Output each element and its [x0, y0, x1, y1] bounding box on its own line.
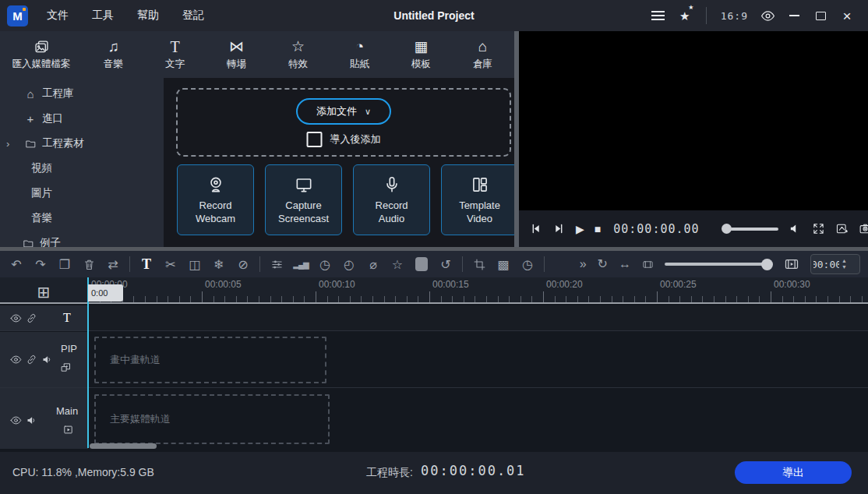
template-video-card[interactable]: TemplateVideo	[441, 164, 514, 235]
maximize-button[interactable]	[807, 0, 834, 31]
snapshot-camera-icon[interactable]	[859, 222, 868, 235]
menu-tools[interactable]: 工具	[90, 7, 115, 24]
tab-warehouse[interactable]: ⌂ 倉庫	[452, 31, 513, 78]
tab-label: 轉場	[227, 58, 246, 71]
minimize-button[interactable]	[781, 0, 807, 31]
tab-import-media[interactable]: 匯入媒體檔案	[0, 31, 83, 78]
cut-scissors-icon[interactable]: ✂	[163, 257, 178, 272]
pip-track-header: PIP	[0, 332, 88, 387]
replace-icon[interactable]: ⇄	[105, 257, 121, 272]
timeline-zoom-slider[interactable]	[665, 259, 773, 270]
mosaic-icon[interactable]: ▩	[496, 257, 511, 272]
clock-icon[interactable]: ◷	[520, 257, 535, 272]
volume-slider[interactable]	[722, 224, 778, 234]
tab-label: 音樂	[104, 58, 123, 71]
sidebar-item-project-assets[interactable]: › 工程素材	[0, 131, 164, 156]
tab-music[interactable]: ♫ 音樂	[83, 31, 144, 78]
zoom-slider-knob[interactable]	[761, 259, 773, 270]
star-wand-icon[interactable]: ★★	[672, 0, 698, 31]
hscrollbar-thumb[interactable]	[90, 443, 157, 449]
record-cards: RecordWebcam CaptureScreencast RecordAud…	[177, 164, 514, 235]
fullscreen-icon[interactable]	[812, 222, 825, 235]
undo-icon[interactable]: ↶	[9, 257, 24, 272]
sidebar-item-project-library[interactable]: ⌂ 工程庫	[0, 81, 164, 106]
speaker-icon[interactable]	[789, 222, 802, 235]
spin-up-icon[interactable]: ▲	[842, 258, 847, 264]
record-webcam-card[interactable]: RecordWebcam	[177, 164, 254, 235]
adjust-sliders-icon[interactable]	[269, 258, 284, 271]
paint-bucket-icon[interactable]	[835, 222, 849, 235]
sidebar-item-music[interactable]: 音樂	[0, 206, 164, 231]
eye-icon[interactable]	[10, 415, 22, 426]
crop-icon[interactable]	[471, 258, 487, 271]
rotate-icon[interactable]: ↺	[438, 257, 453, 272]
tab-template[interactable]: ▦ 模板	[390, 31, 452, 78]
menu-register[interactable]: 登記	[181, 7, 206, 24]
menu-file[interactable]: 文件	[45, 7, 70, 24]
menu-help[interactable]: 幫助	[136, 7, 161, 24]
export-button[interactable]: 導出	[735, 461, 852, 484]
play-button[interactable]: ▶	[576, 224, 584, 235]
pip-track-lane[interactable]: 畫中畫軌道	[88, 332, 868, 387]
tab-text[interactable]: T 文字	[144, 31, 206, 78]
drop-zone[interactable]: 添加文件 ∨ 導入後添加	[176, 88, 511, 157]
more-tools-icon[interactable]: »	[580, 258, 587, 270]
speaker-icon[interactable]	[41, 354, 53, 365]
eye-icon[interactable]	[10, 312, 22, 324]
paste-icon[interactable]: ❐	[57, 257, 72, 272]
aspect-ratio-value[interactable]: 16:9	[721, 10, 748, 22]
stop-button[interactable]: ■	[595, 224, 601, 235]
detach-audio-icon[interactable]: ⊘	[235, 257, 251, 272]
link-icon[interactable]	[26, 354, 37, 365]
eye-icon[interactable]	[10, 354, 22, 365]
add-track-icon[interactable]: ⊞	[37, 283, 51, 302]
fit-timeline-icon[interactable]: ↔	[619, 258, 631, 270]
sync-refresh-icon[interactable]: ↻	[598, 258, 608, 270]
timeline-ruler[interactable]: 00:00:00 00:00:05 00:00:10 00:00:15 00:0…	[88, 277, 868, 302]
text-icon: T	[170, 39, 179, 55]
sidebar-item-image[interactable]: 圖片	[0, 181, 164, 206]
main-track-lane[interactable]: 主要媒體軌道	[88, 388, 868, 449]
add-text-icon[interactable]: T	[139, 256, 154, 273]
add-after-import-checkbox[interactable]	[307, 132, 323, 147]
speed-icon[interactable]: ◷	[317, 257, 333, 272]
delete-icon[interactable]	[81, 258, 97, 271]
freeze-frame-icon[interactable]: ❄	[211, 257, 227, 272]
close-button[interactable]: ×	[834, 0, 860, 31]
tab-sticker[interactable]: ◔ 貼紙	[329, 31, 390, 78]
playhead-flag[interactable]: 0:00	[88, 284, 123, 302]
next-frame-button[interactable]	[552, 222, 566, 235]
add-file-button[interactable]: 添加文件 ∨	[296, 98, 391, 125]
duration-spin-value[interactable]: 00:00	[813, 259, 839, 270]
redo-icon[interactable]: ↷	[33, 257, 48, 272]
speaker-icon[interactable]	[26, 415, 37, 426]
pip-frames-icon[interactable]	[60, 362, 72, 373]
zoom-in-film-icon[interactable]	[784, 256, 799, 272]
timeline-hscrollbar[interactable]	[88, 443, 868, 450]
denoise-icon[interactable]: ⌀	[365, 257, 381, 272]
split-clip-icon[interactable]: ◫	[187, 257, 203, 272]
duration-spinbox[interactable]: 00:00 ▲ ▼	[810, 254, 860, 274]
sidebar-item-video[interactable]: 視頻	[0, 156, 164, 181]
sidebar-item-samples[interactable]: 例子	[0, 231, 164, 248]
chevron-right-icon[interactable]: ›	[6, 138, 14, 150]
link-icon[interactable]	[26, 312, 37, 324]
text-track-lane[interactable]	[88, 305, 868, 330]
capture-screencast-card[interactable]: CaptureScreencast	[265, 164, 342, 235]
audio-levels-icon[interactable]: ▂▄▆	[293, 260, 309, 269]
effects-star-icon[interactable]: ☆	[390, 257, 405, 272]
zoom-out-film-icon[interactable]	[642, 259, 654, 270]
template-layout-icon	[470, 175, 490, 195]
tab-effects[interactable]: ☆ 特效	[267, 31, 329, 78]
record-audio-card[interactable]: RecordAudio	[353, 164, 430, 235]
chroma-key-icon[interactable]	[414, 257, 429, 271]
hamburger-menu-icon[interactable]	[645, 0, 672, 31]
play-frame-icon[interactable]	[62, 424, 74, 436]
previous-frame-button[interactable]	[529, 222, 542, 235]
speedometer-icon[interactable]: ◴	[341, 257, 357, 272]
tab-transition[interactable]: ⋈ 轉場	[206, 31, 267, 78]
sidebar-item-import[interactable]: + 進口	[0, 106, 164, 131]
spin-down-icon[interactable]: ▼	[842, 264, 847, 270]
playhead[interactable]	[87, 277, 89, 448]
preview-eye-icon[interactable]	[754, 0, 781, 31]
